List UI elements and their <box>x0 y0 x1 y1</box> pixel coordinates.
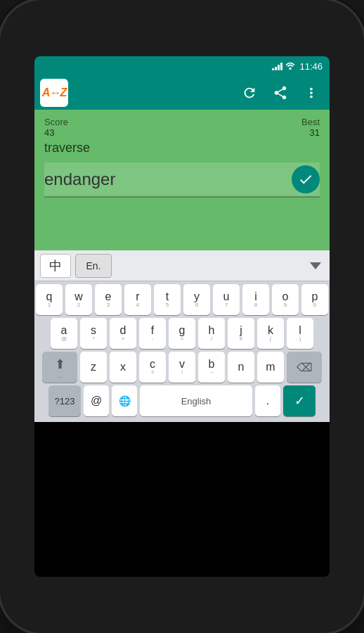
key-f[interactable]: f- <box>139 318 166 349</box>
best-value: 31 <box>310 127 320 138</box>
numpad-key[interactable]: ?123 <box>48 385 81 416</box>
key-h[interactable]: h/ <box>198 318 225 349</box>
key-u[interactable]: u7 <box>213 284 240 315</box>
key-n[interactable]: n <box>228 352 254 383</box>
key-y[interactable]: y6 <box>183 284 210 315</box>
key-t[interactable]: t5 <box>154 284 181 315</box>
best-label: Best <box>301 117 320 127</box>
english-input-button[interactable]: En. <box>75 254 112 278</box>
key-i[interactable]: i8 <box>242 284 269 315</box>
key-r[interactable]: r4 <box>124 284 151 315</box>
more-options-button[interactable] <box>299 80 324 106</box>
key-a[interactable]: a@ <box>51 318 77 349</box>
phone-screen: 11:46 A↔Z <box>34 56 330 577</box>
game-area: Score 43 Best 31 traverse <box>34 110 330 250</box>
score-block: Score 43 <box>44 117 68 138</box>
share-button[interactable] <box>268 80 293 106</box>
refresh-button[interactable] <box>237 80 262 106</box>
backspace-icon: ⌫ <box>297 361 313 374</box>
check-icon <box>298 172 313 187</box>
shift-key[interactable]: ⬆ _ <box>42 352 77 383</box>
key-j[interactable]: j# <box>228 318 254 349</box>
wifi-icon <box>285 62 295 70</box>
key-row-1: q1 w2 e3 r4 t5 y6 u7 i8 o9 p0 <box>36 284 328 315</box>
chinese-input-button[interactable]: 中 <box>40 254 71 278</box>
period-key[interactable]: . <box>255 385 280 416</box>
score-row: Score 43 Best 31 <box>44 117 320 138</box>
signal-icon <box>272 62 282 70</box>
key-row-2: a@ s* d+ f- g= h/ j# k( l) <box>36 318 328 349</box>
key-k[interactable]: k( <box>257 318 284 349</box>
keyboard-area: 中 En. q1 w2 e3 r4 t5 <box>34 250 330 422</box>
status-time: 11:46 <box>299 61 323 72</box>
app-bar: A↔Z <box>34 76 330 110</box>
globe-key[interactable]: 🌐 <box>112 385 137 416</box>
key-p[interactable]: p0 <box>301 284 328 315</box>
space-key[interactable]: English <box>140 385 252 416</box>
status-bar: 11:46 <box>34 56 330 76</box>
app-logo: A↔Z <box>40 79 68 107</box>
at-key[interactable]: @ <box>84 385 109 416</box>
key-l[interactable]: l) <box>287 318 313 349</box>
keyboard-dropdown-icon[interactable] <box>307 257 324 274</box>
key-z[interactable]: z <box>80 352 107 383</box>
key-row-3: ⬆ _ z x c? v! b~ n m ⌫ <box>36 352 328 383</box>
key-b[interactable]: b~ <box>198 352 225 383</box>
keys-container: q1 w2 e3 r4 t5 y6 u7 i8 o9 p0 a@ s* d+ f… <box>34 281 330 422</box>
refresh-icon <box>242 85 257 101</box>
key-c[interactable]: c? <box>139 352 166 383</box>
key-row-bottom: ?123 @ 🌐 English . ✓ <box>36 385 328 416</box>
phone-frame: 11:46 A↔Z <box>0 0 364 633</box>
backspace-key[interactable]: ⌫ <box>287 352 322 383</box>
shift-icon: ⬆ <box>55 357 65 372</box>
key-x[interactable]: x <box>110 352 136 383</box>
share-icon <box>273 85 288 101</box>
key-d[interactable]: d+ <box>110 318 136 349</box>
key-s[interactable]: s* <box>80 318 107 349</box>
more-vert-icon <box>304 85 319 101</box>
score-label: Score <box>44 117 68 127</box>
input-row <box>44 162 320 198</box>
key-w[interactable]: w2 <box>65 284 92 315</box>
key-e[interactable]: e3 <box>95 284 122 315</box>
key-q[interactable]: q1 <box>36 284 63 315</box>
key-v[interactable]: v! <box>169 352 195 383</box>
enter-key[interactable]: ✓ <box>283 385 316 416</box>
key-o[interactable]: o9 <box>272 284 299 315</box>
word-prompt: traverse <box>44 141 320 155</box>
word-input[interactable] <box>44 170 286 189</box>
keyboard-toolbar: 中 En. <box>34 250 330 281</box>
key-m[interactable]: m <box>257 352 284 383</box>
status-icons <box>272 62 295 70</box>
svg-point-0 <box>290 68 292 70</box>
key-g[interactable]: g= <box>169 318 195 349</box>
best-block: Best 31 <box>301 117 320 138</box>
check-button[interactable] <box>292 165 320 193</box>
score-value: 43 <box>44 127 54 138</box>
